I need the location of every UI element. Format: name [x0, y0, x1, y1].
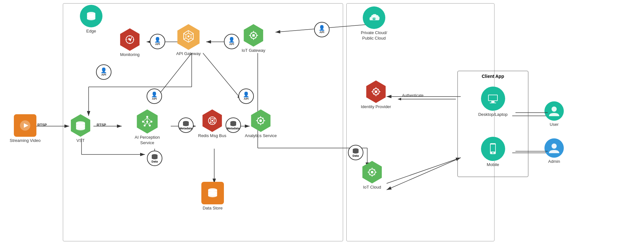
data-badge-ai: Data	[147, 151, 162, 166]
private-cloud-icon	[363, 6, 385, 29]
client-app-box: Client App Desktop/Laptop	[457, 71, 528, 177]
iot-cloud-icon	[361, 161, 383, 183]
api-badge-ai: 👤 API	[147, 88, 162, 104]
analytics-label: Analytics Service	[245, 133, 277, 139]
mobile-node: Mobile	[458, 137, 528, 168]
svg-point-121	[492, 152, 494, 153]
monitoring-node: Monitoring	[119, 28, 141, 58]
vst-label: VST	[76, 138, 84, 144]
streaming-video-label: Streaming Video	[10, 138, 41, 144]
private-cloud-label: Private Cloud/Public Cloud	[361, 30, 387, 41]
api-badge-analytics: 👤 API	[238, 88, 254, 104]
data-store-node: Data Store	[201, 182, 224, 211]
data-badge-iot: Data	[348, 145, 363, 160]
identity-provider-node: Identity Provider	[361, 80, 391, 110]
svg-line-66	[146, 123, 147, 125]
data-store-icon	[201, 182, 224, 204]
iot-gateway-label: IoT Gateway	[242, 48, 265, 53]
svg-point-50	[252, 34, 255, 37]
monitoring-label: Monitoring	[120, 52, 140, 58]
svg-line-44	[191, 33, 193, 35]
svg-point-56	[142, 121, 144, 123]
svg-line-65	[149, 122, 150, 125]
redis-node: Redis Msg Bus	[198, 109, 226, 139]
svg-line-63	[147, 118, 150, 121]
data-store-label: Data Store	[203, 206, 223, 211]
svg-point-59	[149, 125, 151, 126]
identity-provider-label: Identity Provider	[361, 104, 391, 110]
authenticate-label: Authenticate	[402, 93, 424, 98]
redis-icon	[201, 109, 224, 132]
svg-line-48	[184, 33, 186, 35]
iot-cloud-label: IoT Cloud	[363, 185, 381, 190]
user-icon	[544, 101, 564, 121]
rtsp-label-2: RTSP	[97, 122, 106, 127]
svg-point-79	[230, 124, 236, 126]
svg-point-125	[552, 144, 557, 149]
svg-point-42	[187, 35, 189, 37]
analytics-node: Analytics Service	[245, 109, 277, 139]
streaming-video-icon	[14, 114, 36, 137]
svg-point-74	[211, 120, 213, 122]
mobile-label: Mobile	[487, 162, 499, 168]
desktop-label: Desktop/Laptop	[478, 112, 507, 117]
api-badge-private-cloud: 👤 API	[314, 22, 330, 37]
api-badge-monitoring: 👤 API	[96, 64, 111, 80]
ai-perception-node: AI PerceptionService	[135, 109, 160, 146]
svg-rect-120	[491, 144, 495, 152]
svg-point-108	[353, 152, 359, 153]
vst-icon	[69, 114, 92, 137]
ai-perception-icon	[135, 109, 159, 134]
svg-point-37	[87, 17, 95, 20]
streaming-video-node: Streaming Video	[10, 114, 41, 144]
admin-label: Admin	[548, 159, 560, 164]
svg-line-64	[144, 122, 146, 125]
user-node: User	[544, 101, 564, 127]
edge-node: Edge	[80, 5, 102, 34]
desktop-icon	[481, 87, 505, 111]
admin-node: Admin	[544, 138, 564, 164]
api-gateway-node: API Gateway	[176, 24, 201, 57]
diagram-container: Streaming Video RTSP VST RTSP	[0, 0, 644, 251]
api-badge-iot: 👤 API	[224, 34, 239, 49]
private-cloud-node: Private Cloud/Public Cloud	[361, 6, 387, 41]
vst-node: VST	[69, 114, 92, 144]
svg-point-90	[152, 157, 158, 159]
iot-cloud-node: IoT Cloud	[361, 161, 383, 190]
ai-perception-label: AI PerceptionService	[135, 135, 160, 146]
metadata-badge-1: Metadata	[178, 117, 194, 133]
svg-rect-116	[491, 101, 495, 103]
svg-point-39	[129, 39, 131, 41]
svg-line-45	[191, 38, 193, 39]
desktop-node: Desktop/Laptop	[458, 87, 528, 117]
svg-rect-117	[490, 103, 496, 103]
analytics-icon	[249, 109, 272, 132]
edge-label: Edge	[86, 29, 96, 34]
svg-point-95	[208, 194, 217, 197]
api-gateway-icon	[176, 24, 201, 50]
iot-gateway-icon	[242, 24, 265, 47]
svg-point-124	[552, 107, 557, 112]
api-gateway-label: API Gateway	[176, 51, 201, 57]
svg-point-72	[183, 124, 189, 126]
svg-point-32	[76, 127, 85, 130]
mobile-icon	[481, 137, 505, 161]
svg-line-47	[184, 38, 186, 39]
metadata-badge-2: Metadata	[226, 117, 241, 133]
svg-point-81	[259, 119, 262, 122]
edge-icon	[80, 5, 102, 27]
svg-line-62	[144, 118, 147, 121]
svg-point-60	[146, 121, 148, 123]
svg-point-55	[146, 116, 148, 118]
identity-provider-icon	[365, 80, 387, 103]
svg-point-57	[150, 121, 152, 123]
svg-rect-118	[489, 95, 497, 100]
svg-point-99	[375, 90, 377, 93]
monitoring-icon	[119, 28, 141, 51]
redis-label: Redis Msg Bus	[198, 133, 226, 139]
client-app-title: Client App	[458, 71, 528, 80]
api-badge-center: 👤 API	[150, 34, 165, 49]
user-label: User	[550, 122, 558, 127]
svg-point-110	[371, 171, 373, 173]
rtsp-label-1: RTSP	[37, 122, 47, 127]
